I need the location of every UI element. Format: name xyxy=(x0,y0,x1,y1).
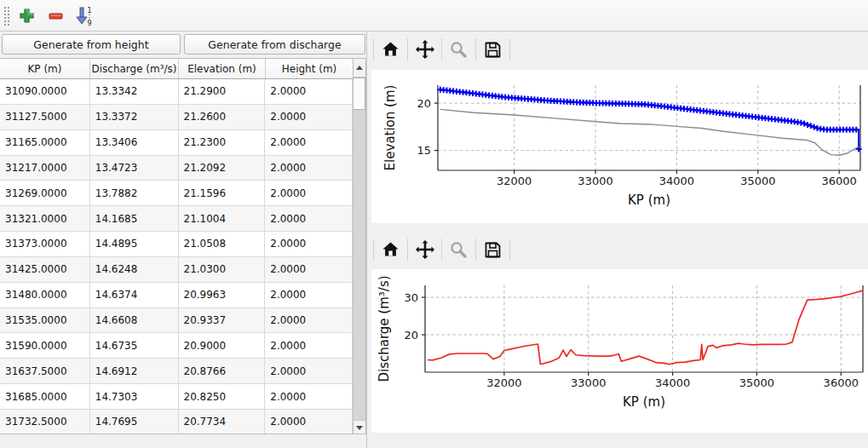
profile-editor-window: 1 9 Generate from height Generate from d… xyxy=(0,0,868,448)
table-cell[interactable]: 2.0000 xyxy=(265,232,353,257)
table-cell[interactable]: 13.3342 xyxy=(90,79,179,105)
table-cell[interactable]: 31732.5000 xyxy=(0,410,90,434)
table-cell[interactable]: 20.8250 xyxy=(179,384,266,410)
table-cell[interactable]: 14.6248 xyxy=(90,257,179,283)
scrollbar-down-button[interactable] xyxy=(354,420,365,434)
column-header[interactable]: KP (m) xyxy=(0,59,90,78)
table-cell[interactable]: 14.7695 xyxy=(90,410,179,434)
table-cell[interactable]: 31321.0000 xyxy=(0,206,90,232)
add-icon xyxy=(19,8,35,24)
pan-icon xyxy=(415,39,435,60)
pan-button[interactable] xyxy=(408,237,441,262)
table-cell[interactable]: 2.0000 xyxy=(265,257,353,283)
x-tick-label: 33000 xyxy=(578,175,612,187)
table-cell[interactable]: 20.7734 xyxy=(179,410,266,434)
table-cell[interactable]: 21.2900 xyxy=(179,79,266,105)
table-cell[interactable]: 31165.0000 xyxy=(0,130,90,156)
table-cell[interactable]: 2.0000 xyxy=(265,283,353,308)
table-cell[interactable]: 20.9963 xyxy=(179,283,266,308)
table-row: 31425.000014.624821.03002.0000 xyxy=(0,257,353,283)
table-cell[interactable]: 31269.0000 xyxy=(0,181,90,206)
table-cell[interactable]: 2.0000 xyxy=(265,156,353,181)
table-cell[interactable]: 13.4723 xyxy=(90,156,179,181)
table-cell[interactable]: 14.1685 xyxy=(90,206,179,232)
toolbar-drag-handle[interactable] xyxy=(3,6,10,26)
y-axis-label: Discharge (m³/s) xyxy=(377,275,392,382)
table-cell[interactable]: 31637.5000 xyxy=(0,359,90,384)
table-cell[interactable]: 13.3406 xyxy=(90,130,179,156)
scrollbar-thumb[interactable] xyxy=(354,78,365,110)
table-cell[interactable]: 31090.0000 xyxy=(0,79,90,105)
x-tick-label: 35000 xyxy=(739,376,774,389)
reset-view-button[interactable] xyxy=(374,37,407,62)
table-scrollbar[interactable] xyxy=(353,59,365,434)
svg-text:1: 1 xyxy=(87,7,91,14)
table-cell[interactable]: 21.2300 xyxy=(179,130,266,156)
table-cell[interactable]: 14.4895 xyxy=(90,232,179,257)
zoom-button[interactable] xyxy=(442,237,475,262)
table-cell[interactable]: 14.6374 xyxy=(90,283,179,308)
sort-descending-1-9-icon: 1 9 xyxy=(74,6,95,26)
generate-from-height-button[interactable]: Generate from height xyxy=(2,34,181,55)
save-figure-button[interactable] xyxy=(476,37,509,62)
discharge-chart[interactable]: 32000330003400035000360002030KP (m)Disch… xyxy=(371,269,868,433)
table-row: 31637.500014.691220.87662.0000 xyxy=(0,359,353,384)
table-row: 31732.500014.769520.77342.0000 xyxy=(0,410,353,434)
table-cell[interactable]: 31217.0000 xyxy=(0,156,90,181)
table-cell[interactable]: 2.0000 xyxy=(265,79,353,105)
table-row: 31217.000013.472321.20922.0000 xyxy=(0,156,353,181)
table-cell[interactable]: 2.0000 xyxy=(265,308,353,334)
elevation-chart[interactable]: 32000330003400035000360001520KP (m)Eleva… xyxy=(371,70,868,223)
add-row-button[interactable] xyxy=(14,3,39,28)
table-header-row: KP (m)Discharge (m³/s)Elevation (m)Heigh… xyxy=(0,59,365,79)
table-cell[interactable]: 13.7882 xyxy=(90,181,179,206)
generate-from-discharge-button[interactable]: Generate from discharge xyxy=(184,34,365,55)
table-cell[interactable]: 31127.5000 xyxy=(0,105,90,130)
table-cell[interactable]: 31425.0000 xyxy=(0,257,90,283)
table-cell[interactable]: 31685.0000 xyxy=(0,384,90,410)
table-cell[interactable]: 31590.0000 xyxy=(0,333,90,359)
table-cell[interactable]: 2.0000 xyxy=(265,384,353,410)
column-header[interactable]: Height (m) xyxy=(266,59,354,78)
table-cell[interactable]: 2.0000 xyxy=(265,105,353,130)
table-cell[interactable]: 2.0000 xyxy=(265,359,353,384)
zoom-button[interactable] xyxy=(442,37,475,62)
reset-view-button[interactable] xyxy=(374,237,407,262)
table-cell[interactable]: 21.1004 xyxy=(179,206,266,232)
table-cell[interactable]: 14.7303 xyxy=(90,384,179,410)
column-header[interactable]: Elevation (m) xyxy=(179,59,266,78)
table-cell[interactable]: 20.9000 xyxy=(179,333,266,359)
table-cell[interactable]: 20.8766 xyxy=(179,359,266,384)
sort-rows-button[interactable]: 1 9 xyxy=(72,3,97,28)
table-cell[interactable]: 21.2092 xyxy=(179,156,266,181)
table-cell[interactable]: 2.0000 xyxy=(265,333,353,359)
scrollbar-up-button[interactable] xyxy=(354,59,365,78)
pan-button[interactable] xyxy=(408,37,441,62)
table-cell[interactable]: 14.6912 xyxy=(90,359,179,384)
table-cell[interactable]: 20.9337 xyxy=(179,308,266,334)
table-cell[interactable]: 21.0508 xyxy=(179,232,266,257)
table-cell[interactable]: 2.0000 xyxy=(265,410,353,434)
table-body: 31090.000013.334221.29002.000031127.5000… xyxy=(0,79,353,434)
y-axis-label: Elevation (m) xyxy=(382,85,398,171)
table-cell[interactable]: 2.0000 xyxy=(265,181,353,206)
main-toolbar: 1 9 xyxy=(0,0,868,32)
table-cell[interactable]: 13.3372 xyxy=(90,105,179,130)
x-tick-label: 36000 xyxy=(824,376,859,389)
table-cell[interactable]: 14.6608 xyxy=(90,308,179,334)
table-cell[interactable]: 2.0000 xyxy=(265,206,353,232)
table-cell[interactable]: 31535.0000 xyxy=(0,308,90,334)
remove-row-button[interactable] xyxy=(43,3,68,28)
table-cell[interactable]: 21.1596 xyxy=(179,181,266,206)
table-cell[interactable]: 21.0300 xyxy=(179,257,266,283)
save-figure-button[interactable] xyxy=(476,237,509,262)
table-cell[interactable]: 31373.0000 xyxy=(0,232,90,257)
table-cell[interactable]: 14.6735 xyxy=(90,333,179,359)
table-cell[interactable]: 21.2600 xyxy=(179,105,266,130)
column-header[interactable]: Discharge (m³/s) xyxy=(90,59,179,78)
discharge-chart-toolbar xyxy=(373,236,510,263)
x-tick-label: 34000 xyxy=(655,376,690,389)
table-cell[interactable]: 2.0000 xyxy=(265,130,353,156)
x-tick-label: 32000 xyxy=(486,376,521,389)
table-cell[interactable]: 31480.0000 xyxy=(0,283,90,308)
